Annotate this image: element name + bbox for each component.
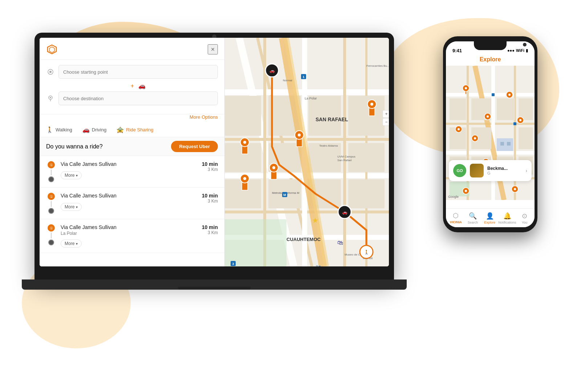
starting-point-input[interactable] <box>58 65 218 79</box>
google-attribution: Google <box>448 195 459 199</box>
place-thumbnail <box>470 164 484 177</box>
go-button[interactable]: GO <box>453 164 466 177</box>
plus-icon: + <box>131 83 134 89</box>
svg-point-76 <box>49 71 52 73</box>
laptop-screen: SAN RAFAEL CUAUHTEMOC La Polar UVM Campu… <box>40 38 389 266</box>
tab-explore[interactable]: 👤 Explore <box>482 212 499 224</box>
svg-rect-130 <box>513 122 516 125</box>
tab-notifications[interactable]: 🔔 Notifications <box>498 212 516 224</box>
svg-point-128 <box>465 190 467 192</box>
svg-point-46 <box>243 141 246 144</box>
svg-text:La Polar: La Polar <box>305 97 317 100</box>
route-option-icons: ① <box>46 161 56 182</box>
svg-point-78 <box>50 97 51 98</box>
route-start-icon: ① <box>48 161 55 168</box>
svg-rect-18 <box>308 143 341 172</box>
phone-camera <box>523 43 527 46</box>
svg-point-114 <box>474 137 476 139</box>
svg-point-108 <box>487 115 489 118</box>
phone-body: 9:41 ●●● WiFi ▮ Explore <box>443 36 537 232</box>
brand-icon <box>46 44 58 55</box>
svg-text:San Rafael: San Rafael <box>337 159 352 162</box>
svg-rect-17 <box>308 96 341 136</box>
svg-rect-129 <box>492 93 495 96</box>
svg-text:Ferrocarriles Bu...: Ferrocarriles Bu... <box>366 64 389 68</box>
svg-point-126 <box>514 188 516 190</box>
svg-text:M: M <box>283 193 286 197</box>
svg-text:CUAUHTEMOC: CUAUHTEMOC <box>287 237 321 242</box>
svg-rect-95 <box>519 127 533 149</box>
svg-point-58 <box>370 103 373 106</box>
more-options-link[interactable]: More Options <box>40 114 224 123</box>
place-info: Beckma... G <box>487 166 522 175</box>
svg-point-110 <box>508 94 511 96</box>
route-name: Via Calle James Sullivan <box>61 224 198 230</box>
svg-rect-89 <box>450 98 466 120</box>
svg-text:+: + <box>385 111 387 117</box>
phone-time: 9:41 <box>452 48 462 53</box>
route-time: 10 min <box>202 224 218 230</box>
vicinia-icon: ⬡ <box>453 212 459 220</box>
route-inputs: + 🚗 <box>40 60 224 114</box>
route-options-list: ① Via Calle James Sullivan More 10 min <box>40 156 224 266</box>
route-via: La Polar <box>61 231 198 236</box>
destination-input[interactable] <box>58 91 218 105</box>
svg-text:★: ★ <box>312 216 318 224</box>
route-end-icon <box>48 208 54 214</box>
route-name: Via Calle James Sullivan <box>61 193 198 199</box>
route-stats: 10 min 3 Km <box>202 193 218 214</box>
svg-point-105 <box>465 87 467 89</box>
tab-vicinia[interactable]: ⬡ VICINIA <box>447 212 464 225</box>
route-option-icons: ① <box>46 224 56 248</box>
phone-map-area: ⊕ GO Beckma... G › Google <box>446 66 535 200</box>
svg-point-52 <box>272 166 275 169</box>
route-line <box>51 233 52 238</box>
mode-rideshare[interactable]: 🚖 Ride Sharing <box>117 126 153 133</box>
starting-point-row <box>46 65 218 79</box>
mode-driving[interactable]: 🚗 Driving <box>82 126 106 133</box>
place-card: GO Beckma... G › <box>449 160 532 181</box>
close-button[interactable]: × <box>208 44 218 54</box>
you-icon: ⊙ <box>522 212 527 220</box>
phone-notch <box>474 41 507 50</box>
route-more-button[interactable]: More <box>61 203 82 211</box>
wifi-icon: WiFi <box>516 48 524 53</box>
signal-icon: ●●● <box>507 48 515 53</box>
phone-status-icons: ●●● WiFi ▮ <box>507 48 528 53</box>
route-option-icons: ① <box>46 193 56 214</box>
svg-rect-98 <box>507 142 511 146</box>
route-option-content: Via Calle James Sullivan More <box>61 161 198 182</box>
sidebar-header: × <box>40 38 224 60</box>
svg-rect-24 <box>348 179 385 208</box>
laptop-device: SAN RAFAEL CUAUHTEMOC La Polar UVM Campu… <box>34 33 407 290</box>
tab-explore-label: Explore <box>484 221 496 224</box>
svg-rect-97 <box>500 142 504 146</box>
route-more-button[interactable]: More <box>61 240 82 248</box>
tab-you-label: You <box>522 221 527 224</box>
tab-notifications-label: Notifications <box>498 221 516 224</box>
route-stats: 10 min 3 Km <box>202 224 218 248</box>
route-line <box>51 170 52 175</box>
request-uber-button[interactable]: Request Uber <box>171 141 218 152</box>
svg-text:UVM Campus: UVM Campus <box>337 155 355 158</box>
tab-search[interactable]: 🔍 Search <box>464 212 482 224</box>
car-icon: 🚗 <box>138 82 146 89</box>
tab-you[interactable]: ⊙ You <box>516 212 533 224</box>
rideshare-label: Ride Sharing <box>126 127 153 132</box>
route-option: ① Via Calle James Sullivan La Polar More <box>40 219 224 253</box>
walk-icon: 🚶 <box>46 126 53 133</box>
route-name: Via Calle James Sullivan <box>61 161 198 167</box>
route-more-button[interactable]: More <box>61 171 82 179</box>
route-start-icon: ① <box>48 193 55 200</box>
svg-text:🚶: 🚶 <box>364 249 369 255</box>
route-option-content: Via Calle James Sullivan La Polar More <box>61 224 198 248</box>
svg-point-49 <box>243 177 246 180</box>
place-arrow-icon[interactable]: › <box>525 168 527 173</box>
swap-row: + 🚗 <box>58 82 218 89</box>
svg-text:🚗: 🚗 <box>269 68 275 73</box>
svg-text:🚗: 🚗 <box>342 209 348 215</box>
destination-icon <box>46 94 55 103</box>
route-option-content: Via Calle James Sullivan More <box>61 193 198 214</box>
mode-walking[interactable]: 🚶 Walking <box>46 126 72 133</box>
svg-text:1: 1 <box>302 75 304 79</box>
